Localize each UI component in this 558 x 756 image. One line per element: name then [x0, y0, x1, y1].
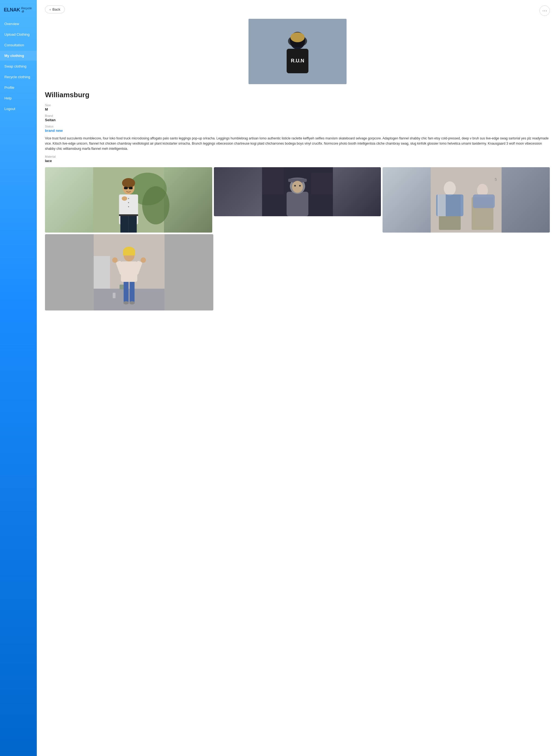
back-chevron-icon: ‹ — [50, 7, 51, 11]
svg-rect-19 — [124, 187, 128, 189]
svg-point-57 — [141, 257, 146, 263]
sidebar-item-profile[interactable]: Profile — [0, 82, 37, 93]
sidebar-item-overview[interactable]: Overview — [0, 19, 37, 29]
svg-rect-44 — [94, 289, 164, 310]
product-title: Williamsburg — [45, 91, 550, 99]
svg-rect-24 — [286, 192, 308, 216]
ellipsis-icon: ⋯ — [542, 8, 547, 14]
svg-point-29 — [294, 185, 296, 186]
svg-point-56 — [112, 257, 118, 263]
main-content: ‹ Back ⋯ R.U.N Williamsburg Size M — [37, 0, 558, 756]
back-label: Back — [52, 7, 60, 11]
svg-point-30 — [299, 185, 301, 186]
logo-sub: Recycle ♻ — [21, 6, 33, 14]
svg-rect-60 — [123, 250, 135, 256]
brand-label: Brand — [45, 114, 550, 118]
brand-value: Seitan — [45, 118, 550, 122]
sidebar-item-recycle-clothing[interactable]: Recycle clothing — [0, 72, 37, 82]
size-value: M — [45, 107, 550, 111]
sidebar-item-my-clothing[interactable]: My clothing — [0, 51, 37, 61]
material-block: Material lace — [45, 155, 550, 163]
svg-rect-38 — [437, 194, 446, 216]
brand-block: Brand Seitan — [45, 114, 550, 122]
status-value: brand new — [45, 129, 550, 133]
svg-text:R.U.N: R.U.N — [291, 58, 304, 63]
gallery-item-3: 5 — [383, 167, 550, 233]
svg-point-52 — [129, 301, 135, 305]
size-label: Size — [45, 103, 550, 107]
gallery-item-2 — [214, 167, 381, 216]
sidebar-item-upload-clothing[interactable]: Upload Clothing — [0, 29, 37, 40]
svg-rect-45 — [113, 293, 116, 298]
status-block: Status brand new — [45, 125, 550, 133]
hero-image: R.U.N — [249, 19, 347, 84]
back-button[interactable]: ‹ Back — [45, 5, 65, 14]
sidebar-item-logout[interactable]: Logout — [0, 104, 37, 114]
svg-point-28 — [292, 181, 303, 193]
svg-point-36 — [444, 181, 456, 195]
options-button[interactable]: ⋯ — [539, 5, 550, 16]
svg-point-12 — [128, 202, 129, 203]
svg-rect-14 — [121, 215, 129, 233]
svg-text:5: 5 — [495, 177, 497, 182]
size-block: Size M — [45, 103, 550, 111]
sidebar-nav: OverviewUpload ClothingConsultationMy cl… — [0, 19, 37, 114]
sidebar: ELNAK Recycle ♻ OverviewUpload ClothingC… — [0, 0, 37, 756]
gallery-item-1 — [45, 167, 212, 233]
material-value: lace — [45, 159, 550, 163]
svg-rect-15 — [129, 215, 137, 233]
gallery-grid: 5 — [45, 167, 550, 233]
svg-rect-50 — [130, 281, 134, 302]
gallery-item-4 — [45, 234, 213, 310]
svg-rect-41 — [473, 194, 495, 208]
svg-point-11 — [128, 198, 129, 199]
svg-point-9 — [142, 186, 170, 225]
svg-rect-16 — [119, 214, 138, 216]
svg-point-18 — [122, 178, 135, 188]
svg-rect-31 — [262, 167, 284, 194]
sidebar-item-consultation[interactable]: Consultation — [0, 40, 37, 50]
svg-point-6 — [290, 32, 305, 42]
logo-recycle-icon: ♻ — [21, 10, 24, 13]
svg-point-22 — [122, 197, 127, 201]
svg-point-51 — [123, 301, 129, 305]
svg-rect-46 — [94, 256, 110, 289]
material-label: Material — [45, 155, 550, 158]
sidebar-item-swap-clothing[interactable]: Swap clothing — [0, 61, 37, 71]
svg-rect-49 — [124, 281, 129, 302]
logo-brand: ELNAK — [4, 7, 20, 13]
svg-rect-20 — [129, 187, 133, 189]
gallery-bottom — [45, 234, 550, 310]
sidebar-logo: ELNAK Recycle ♻ — [0, 4, 37, 19]
svg-rect-47 — [147, 251, 164, 289]
status-label: Status — [45, 125, 550, 128]
svg-point-13 — [128, 206, 129, 207]
sidebar-item-help[interactable]: Help — [0, 93, 37, 103]
product-description: Vice trust fund succulents mumblecore, f… — [45, 136, 550, 152]
svg-rect-32 — [311, 173, 333, 194]
